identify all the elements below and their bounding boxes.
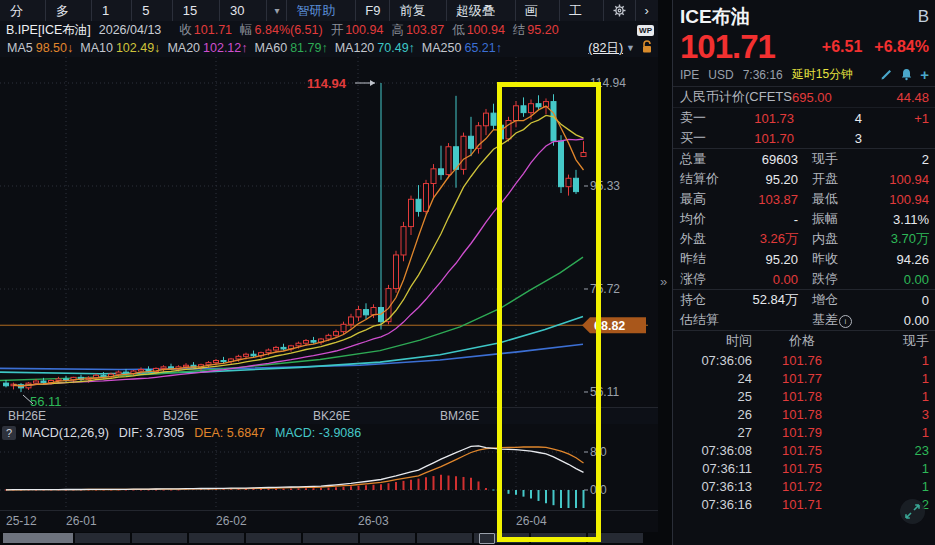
period-dropdown-caret-icon[interactable]: ▾ [267,0,286,21]
toolbar-item-1[interactable]: 智研助手 [286,0,355,21]
candle-body [401,227,406,255]
ma-label-ma10[interactable]: MA10 [80,41,113,55]
field-label-3: 开 [331,22,344,39]
ask-volume: 4 [794,111,862,126]
h-scrollbar[interactable] [0,532,658,545]
candlestick-chart[interactable]: 114.9456.11114.9495.3375.7256.1168.82 [0,57,658,407]
stat-value: 103.87 [732,192,798,207]
tick-price: 101.77 [752,371,852,386]
stat-label: 结算价 [680,170,732,188]
panel-divider[interactable]: » [658,0,672,545]
stat-value: 3.26万 [732,230,798,248]
candle-body [281,347,286,349]
edit-pencil-icon[interactable] [880,68,893,81]
scrollbar-segment[interactable] [417,533,472,543]
low-price-annotation: 56.11 [30,394,62,407]
tick-volume: 1 [852,371,929,386]
date-label: 26-02 [216,514,247,528]
candle-body [116,372,121,374]
ma-label-ma20[interactable]: MA20 [167,41,200,55]
help-icon[interactable]: ? [2,426,16,440]
tab-period-6[interactable]: 30分 [220,0,267,21]
toolbar-item-4[interactable]: 超级叠加 [446,0,515,21]
stat-value: 100.94 [870,192,929,207]
ma-value-ma5: 98.50↓ [36,41,74,55]
stat-value: 3.11% [870,212,929,227]
toolbar-item-2[interactable]: F9 [355,0,389,21]
tick-price: 101.76 [752,353,852,368]
candle-body [214,361,219,363]
candle-body [514,106,519,121]
ma-label-ma5[interactable]: MA5 [7,41,33,55]
candle-body [439,169,444,175]
trading-app: 分时多日1分5分15分30分▾智研助手F9前复权超级叠加画线工具› B.IPE[… [0,0,935,545]
candle-body [551,102,556,141]
tab-period-1[interactable]: 分时 [0,0,46,21]
date-axis: 25-1226-0126-0226-0326-04 [0,510,658,532]
scrollbar-segment[interactable] [303,533,358,543]
y-axis-label: 75.72 [590,282,620,296]
tick-volume: 1 [852,353,929,368]
contract-label: BJ26E [163,409,198,423]
exchange-code: IPE [680,68,699,82]
candle-body [266,350,271,353]
candle-body [341,324,346,331]
toolbar-more-button[interactable]: › [635,0,658,21]
candle-body [461,136,466,169]
scrollbar-segment[interactable] [531,533,586,543]
tab-period-4[interactable]: 5分 [132,0,172,21]
basis-info-icon[interactable]: i [839,315,852,328]
candle-body [251,354,256,356]
stat-label: 跌停 [812,270,870,288]
candle-body [34,381,39,383]
toolbar-item-3[interactable]: 前复权 [389,0,445,21]
collapse-chevron-icon[interactable]: » [660,274,667,289]
scrollbar-segment[interactable] [246,533,301,543]
scrollbar-thumb[interactable] [3,533,73,543]
expand-panel-icon[interactable] [899,498,926,525]
alert-bell-icon[interactable] [900,68,913,81]
tab-period-5[interactable]: 15分 [173,0,220,21]
macd-header: ? MACD(12,26,9) DIF: 3.7305 DEA: 5.6847 … [0,424,658,442]
tick-price: 101.79 [752,425,852,440]
field-label-5: 低 [452,22,465,39]
wp-note-icon[interactable]: WP [637,25,654,36]
scrollbar-segment[interactable] [588,533,643,543]
cny-value: 695.00 [792,90,832,105]
candle-body [161,367,166,369]
stat-value: 2 [870,152,929,167]
ma-label-ma250[interactable]: MA250 [422,41,462,55]
chart-lock-icon[interactable] [641,40,658,57]
tab-period-2[interactable]: 多日 [46,0,92,21]
candle-body [124,372,129,374]
macd-line [6,447,584,490]
candle-body [499,125,504,139]
scrollbar-segment[interactable] [132,533,187,543]
date-label: 26-03 [358,514,389,528]
macd-hist-value: MACD: -3.9086 [275,426,361,440]
stat-label: 估结算 [680,311,732,329]
ma-label-ma120[interactable]: MA120 [335,41,375,55]
period-count-selector[interactable]: (82日) [588,40,623,57]
toolbar-item-6[interactable]: 工具 [559,0,603,21]
tick-row: 25101.781 [673,387,935,405]
add-watchlist-icon[interactable]: + [920,69,929,81]
y-axis-label: 114.94 [590,76,626,90]
y-axis-label: 56.11 [590,385,619,399]
ma-value-ma250: 65.21↑ [464,41,502,55]
period-dropdown-icon[interactable]: ▼ [626,43,635,53]
stat-label: 昨收 [812,250,870,268]
tab-period-3[interactable]: 1分 [92,0,132,21]
ask-row: 卖一 101.73 4 +1 [673,108,935,128]
scrollbar-fit-button[interactable] [479,533,495,544]
scrollbar-segment[interactable] [189,533,244,543]
scrollbar-segment[interactable] [75,533,130,543]
scrollbar-segment[interactable] [360,533,415,543]
ma-label-ma60[interactable]: MA60 [255,41,288,55]
toolbar-item-5[interactable]: 画线 [515,0,559,21]
tick-volume: 1 [852,389,929,404]
ma-line [0,257,583,380]
settings-gear-button[interactable] [603,0,635,21]
macd-chart[interactable]: 8.00.0 [0,442,658,510]
stats-row: 估结算基差i0.00 [673,310,935,330]
